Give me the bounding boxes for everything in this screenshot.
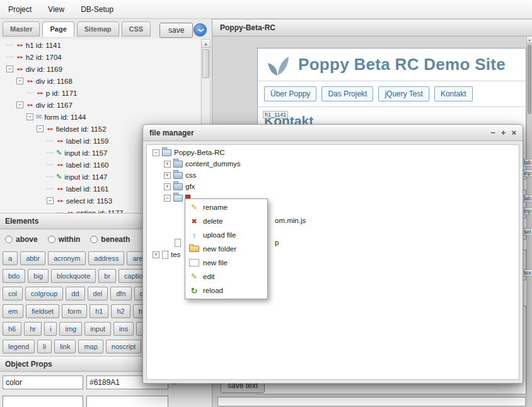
element-button-acronym[interactable]: acronym	[48, 251, 86, 265]
menu-item-upload-file[interactable]: ↑upload file	[185, 228, 267, 242]
collapse-icon[interactable]: −	[37, 125, 43, 132]
scroll-up-icon[interactable]: ▲	[202, 40, 210, 48]
prop-value-input-2[interactable]	[86, 396, 168, 407]
scroll-up-icon[interactable]: ▲	[527, 37, 532, 43]
dialog-titlebar[interactable]: file manager −+×	[143, 125, 523, 141]
element-button-h6[interactable]: h6	[3, 322, 21, 336]
element-button-map[interactable]: map	[78, 340, 103, 353]
tab-css[interactable]: CSS	[122, 21, 151, 37]
collapse-icon[interactable]: −	[26, 113, 33, 120]
tree-node-h2-id-1704[interactable]: ◄►h2 id: 1704	[0, 51, 200, 63]
scrollbar-thumb[interactable]	[202, 49, 209, 78]
element-button-colgroup[interactable]: colgroup	[25, 287, 63, 301]
element-button-dfn[interactable]: dfn	[110, 287, 131, 301]
tree-node-form-id-1144[interactable]: −✉form id: 1144	[0, 111, 200, 123]
element-button-legend[interactable]: legend	[3, 340, 35, 353]
save-button[interactable]: save	[159, 23, 193, 38]
element-button-br[interactable]: br	[98, 269, 116, 283]
file-manager-dialog: file manager −+× −Poppy-Beta-RC+content_…	[142, 124, 523, 384]
nav-button-das-projekt[interactable]: Das Projekt	[321, 86, 373, 101]
file-node-content-dummys[interactable]: +content_dummys	[147, 158, 519, 169]
preview-nav: Über PoppyDas ProjektjQuery TestKontakt	[258, 81, 526, 107]
menu-item-rename[interactable]: ✎rename	[185, 200, 267, 214]
menu-item-new-file[interactable]: new file	[185, 256, 267, 270]
element-button-col[interactable]: col	[3, 287, 23, 301]
element-button-ins[interactable]: ins	[113, 322, 134, 336]
prop-name-input[interactable]	[3, 375, 83, 389]
element-button-big[interactable]: big	[28, 269, 49, 283]
collapse-icon[interactable]: −	[16, 77, 23, 84]
tab-master[interactable]: Master	[3, 21, 40, 37]
file-node-poppy-beta-rc[interactable]: −Poppy-Beta-RC	[147, 147, 519, 158]
tab-page[interactable]: Page	[42, 21, 74, 37]
menu-item-view[interactable]: View	[40, 0, 72, 18]
menu-item-new-folder[interactable]: new folder	[185, 242, 267, 256]
element-button-a[interactable]: a	[3, 251, 18, 265]
right-scrollbar[interactable]: ▲	[526, 37, 532, 407]
nav-button-kontakt[interactable]: Kontakt	[434, 86, 473, 101]
scrollbar-thumb[interactable]	[528, 45, 531, 114]
tree-node-div-id-1167[interactable]: −◄►div id: 1167	[0, 99, 200, 111]
nav-button-jquery-test[interactable]: jQuery Test	[378, 86, 429, 101]
radio-button[interactable]	[5, 236, 13, 243]
menu-item-delete[interactable]: ✖delete	[185, 214, 267, 228]
element-button-abbr[interactable]: abbr	[20, 251, 45, 265]
element-button-noscript[interactable]: noscript	[106, 340, 142, 353]
element-button-blockquote[interactable]: blockquote	[51, 269, 96, 283]
menu-item-edit[interactable]: ✎edit	[185, 270, 267, 284]
folder-open-icon	[162, 149, 171, 156]
expand-icon[interactable]: +	[164, 183, 171, 190]
element-button-h1[interactable]: h1	[90, 304, 108, 318]
tab-sitemap[interactable]: Sitemap	[77, 21, 119, 37]
nav-button-ber-poppy[interactable]: Über Poppy	[264, 86, 316, 101]
collapse-icon[interactable]: −	[153, 149, 159, 156]
element-button-del[interactable]: del	[88, 287, 108, 301]
element-button-em[interactable]: em	[3, 304, 23, 318]
expand-icon[interactable]: +	[153, 251, 159, 258]
collapse-icon[interactable]: −	[47, 197, 54, 204]
element-button-hr[interactable]: hr	[24, 322, 42, 336]
tree-connector	[47, 140, 54, 141]
element-button-li[interactable]: li	[37, 340, 52, 353]
close-icon[interactable]: ×	[511, 129, 516, 137]
radio-beneath[interactable]: beneath	[90, 235, 130, 244]
expand-icon[interactable]: +	[164, 172, 171, 179]
element-button-link[interactable]: link	[54, 340, 76, 353]
radio-button[interactable]	[90, 236, 98, 243]
element-button-form[interactable]: form	[62, 304, 87, 318]
collapse-icon[interactable]: −	[16, 101, 23, 108]
element-button-i[interactable]: i	[44, 322, 57, 336]
tree-node-div-id-1168[interactable]: −◄►div id: 1168	[0, 75, 200, 87]
collapse-icon[interactable]: −	[164, 195, 171, 202]
expand-icon[interactable]: +	[164, 161, 171, 168]
textarea-sliver[interactable]	[217, 397, 526, 406]
radio-within[interactable]: within	[48, 235, 81, 244]
element-button-bdo[interactable]: bdo	[3, 269, 25, 283]
tree-node-label: label id: 1161	[66, 185, 109, 193]
element-button-img[interactable]: img	[59, 322, 82, 336]
prop-name-input-2[interactable]	[3, 396, 83, 407]
element-button-address[interactable]: address	[88, 251, 124, 265]
collapse-icon[interactable]: −	[6, 66, 13, 72]
element-button-dd[interactable]: dd	[66, 287, 84, 301]
tree-node-p-id-1171[interactable]: ◄►p id: 1171	[0, 87, 200, 99]
edit-icon: ✎	[189, 272, 199, 281]
radio-above[interactable]: above	[5, 235, 38, 244]
panel-toggle-button[interactable]: ❮	[194, 23, 207, 37]
tree-node-div-id-1169[interactable]: −◄►div id: 1169	[0, 63, 200, 75]
file-node-css[interactable]: +css	[147, 169, 519, 181]
menu-item-reload[interactable]: ↻reload	[185, 284, 267, 297]
element-button-h2[interactable]: h2	[111, 304, 130, 318]
tree-node-h1-id-1141[interactable]: ◄►h1 id: 1141	[0, 39, 200, 51]
element-button-fieldset[interactable]: fieldset	[26, 304, 59, 318]
radio-button[interactable]	[48, 236, 55, 243]
maximize-icon[interactable]: +	[501, 129, 506, 137]
element-button-input[interactable]: input	[84, 322, 111, 336]
menu-item-project[interactable]: Project	[0, 0, 40, 18]
radio-label: beneath	[101, 235, 130, 244]
tree-node-label: input id: 1147	[64, 173, 107, 181]
content-header: Poppy-Beta-RC	[212, 19, 532, 37]
menu-item-db-setup[interactable]: DB-Setup	[72, 0, 122, 18]
file-node-gfx[interactable]: +gfx	[147, 181, 519, 192]
minimize-icon[interactable]: −	[490, 129, 495, 137]
